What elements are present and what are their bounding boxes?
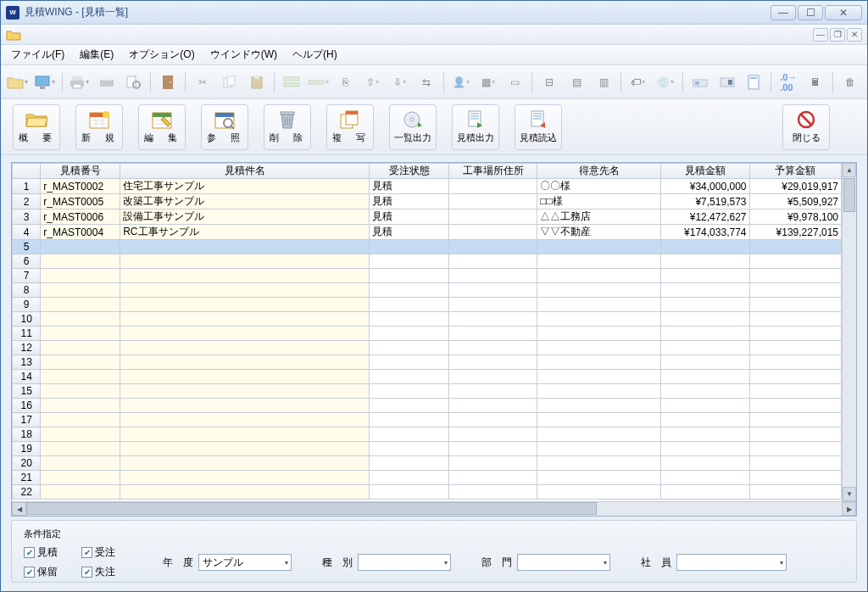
cell-amount[interactable]: ¥7,519,573 xyxy=(661,194,749,209)
cell-amount[interactable] xyxy=(661,485,749,500)
chk-mitsu[interactable]: ✔見積 xyxy=(24,545,58,560)
horizontal-scrollbar[interactable]: ◀ ▶ xyxy=(12,501,856,516)
col-place[interactable]: 工事場所住所 xyxy=(449,164,537,179)
cell-place[interactable] xyxy=(449,399,537,413)
monitor-icon[interactable] xyxy=(33,70,57,94)
cell-status[interactable] xyxy=(370,254,449,269)
hscroll-thumb[interactable] xyxy=(26,502,597,515)
row-number[interactable]: 8 xyxy=(13,283,41,298)
cell-status[interactable] xyxy=(370,269,449,283)
cell-num[interactable]: r_MAST0004 xyxy=(41,225,120,240)
cell-place[interactable] xyxy=(449,355,537,370)
printer2-icon[interactable] xyxy=(95,70,119,94)
bumon-select[interactable] xyxy=(517,554,610,571)
cell-amount[interactable] xyxy=(661,283,749,298)
row-number[interactable]: 21 xyxy=(13,471,41,485)
open-icon[interactable] xyxy=(6,70,30,94)
row-number[interactable]: 2 xyxy=(13,194,41,209)
cell-name[interactable] xyxy=(120,485,370,500)
table-row[interactable]: 16 xyxy=(13,399,842,413)
cell-name[interactable] xyxy=(120,269,370,283)
row-number[interactable]: 5 xyxy=(13,240,41,254)
cell-budget[interactable] xyxy=(749,327,842,341)
table-row[interactable]: 14 xyxy=(13,370,842,384)
mdi-close-button[interactable]: ✕ xyxy=(847,28,862,42)
cell-num[interactable] xyxy=(41,312,120,327)
cell-place[interactable] xyxy=(449,225,537,240)
cell-place[interactable] xyxy=(449,209,537,225)
cell-name[interactable] xyxy=(120,312,370,327)
table-row[interactable]: 17 xyxy=(13,413,842,427)
sansho-button[interactable]: 参 照 xyxy=(201,104,248,150)
col-name[interactable]: 見積件名 xyxy=(120,164,370,179)
cell-client[interactable]: □□様 xyxy=(537,194,661,209)
cell-amount[interactable] xyxy=(661,240,749,254)
row-number[interactable]: 9 xyxy=(13,298,41,312)
cell-place[interactable] xyxy=(449,341,537,355)
row-number[interactable]: 22 xyxy=(13,485,41,500)
cell-amount[interactable] xyxy=(661,384,749,399)
cell-client[interactable] xyxy=(537,298,661,312)
tool1-icon[interactable] xyxy=(688,70,712,94)
cell-name[interactable] xyxy=(120,384,370,399)
cell-status[interactable] xyxy=(370,283,449,298)
cell-status[interactable] xyxy=(370,355,449,370)
cell-status[interactable] xyxy=(370,298,449,312)
table-row[interactable]: 9 xyxy=(13,298,842,312)
cell-amount[interactable] xyxy=(661,312,749,327)
cell-client[interactable] xyxy=(537,413,661,427)
table-row[interactable]: 7 xyxy=(13,269,842,283)
cell-name[interactable] xyxy=(120,327,370,341)
cell-client[interactable] xyxy=(537,384,661,399)
cell-status[interactable]: 見積 xyxy=(370,225,449,240)
table-row[interactable]: 2r_MAST0005改築工事サンプル見積□□様¥7,519,573¥5,509… xyxy=(13,194,842,209)
cell-amount[interactable] xyxy=(661,327,749,341)
del-icon[interactable]: 🗑 xyxy=(838,70,862,94)
cell-place[interactable] xyxy=(449,254,537,269)
cell-budget[interactable] xyxy=(749,298,842,312)
window-icon[interactable]: ▭ xyxy=(504,70,527,94)
cell-name[interactable] xyxy=(120,442,370,456)
layout1-icon[interactable]: ▤ xyxy=(565,70,588,94)
cell-budget[interactable] xyxy=(749,312,842,327)
col-amount[interactable]: 見積金額 xyxy=(661,164,749,179)
chk-horyu[interactable]: ✔保留 xyxy=(24,565,58,579)
cell-client[interactable]: ▽▽不動産 xyxy=(537,225,661,240)
cell-num[interactable] xyxy=(41,399,120,413)
cell-amount[interactable] xyxy=(661,254,749,269)
maximize-button[interactable]: ☐ xyxy=(798,5,823,20)
cell-budget[interactable] xyxy=(749,427,842,442)
row-number[interactable]: 19 xyxy=(13,442,41,456)
cell-client[interactable] xyxy=(537,456,661,471)
row-number[interactable]: 11 xyxy=(13,327,41,341)
cell-place[interactable] xyxy=(449,384,537,399)
cell-name[interactable] xyxy=(120,254,370,269)
nendo-select[interactable]: サンプル xyxy=(198,554,292,571)
cell-amount[interactable] xyxy=(661,355,749,370)
cell-num[interactable] xyxy=(41,298,120,312)
cell-num[interactable]: r_MAST0002 xyxy=(41,179,120,194)
table-row[interactable]: 22 xyxy=(13,485,842,500)
tree-icon[interactable]: ⊟ xyxy=(537,70,561,94)
grid-corner[interactable] xyxy=(13,164,41,179)
cell-client[interactable]: △△工務店 xyxy=(537,209,661,225)
cell-status[interactable] xyxy=(370,312,449,327)
table-add-icon[interactable]: ▦ xyxy=(476,70,500,94)
cell-name[interactable] xyxy=(120,370,370,384)
page-icon[interactable] xyxy=(742,70,765,94)
cell-num[interactable] xyxy=(41,427,120,442)
scroll-down-icon[interactable]: ▼ xyxy=(843,487,856,501)
cell-status[interactable]: 見積 xyxy=(370,179,449,194)
cell-client[interactable] xyxy=(537,442,661,456)
cell-status[interactable] xyxy=(370,341,449,355)
menu-option[interactable]: オプション(O) xyxy=(122,45,201,64)
row-number[interactable]: 6 xyxy=(13,254,41,269)
cell-client[interactable] xyxy=(537,355,661,370)
paste-icon[interactable] xyxy=(245,70,269,94)
cell-amount[interactable] xyxy=(661,427,749,442)
menu-window[interactable]: ウインドウ(W) xyxy=(203,45,284,64)
table-row[interactable]: 21 xyxy=(13,471,842,485)
col-num[interactable]: 見積番号 xyxy=(41,164,120,179)
row-down-icon[interactable]: ⇩ xyxy=(387,70,411,94)
table-row[interactable]: 1r_MAST0002住宅工事サンプル見積〇〇様¥34,000,000¥29,0… xyxy=(13,179,842,194)
